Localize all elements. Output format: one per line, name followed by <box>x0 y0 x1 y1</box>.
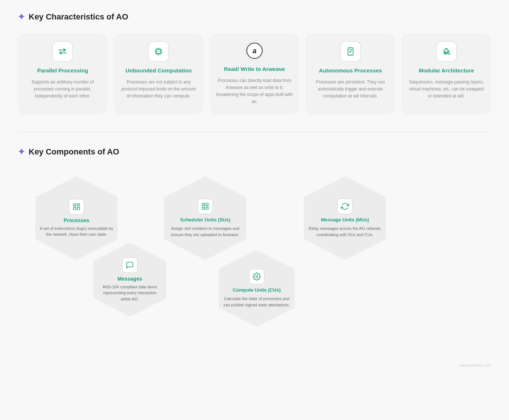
hex-message-units: Message Units (MUs) Relay messages acros… <box>297 176 393 260</box>
document-check-icon <box>345 46 356 57</box>
settings-icon <box>253 273 261 281</box>
svg-rect-19 <box>77 204 79 206</box>
modular-title: Modular Architecture <box>419 67 474 74</box>
puzzle-section-icon: ✦ <box>18 147 25 157</box>
parallel-processing-desc: Supports an arbitrary number of processe… <box>24 79 102 100</box>
read-write-title: Read/ Write to Arweave <box>224 65 285 73</box>
svg-rect-23 <box>206 203 208 206</box>
card-parallel-processing: Parallel Processing Supports an arbitrar… <box>18 34 108 114</box>
chat-icon <box>126 261 134 269</box>
components-canvas: Processes A set of instructions (logic) … <box>18 169 491 360</box>
characteristics-row: Parallel Processing Supports an arbitrar… <box>18 34 491 114</box>
sparkle-icon: ✦ <box>18 12 25 22</box>
card-autonomous-processes: Autonomous Processes Processes are persi… <box>305 34 395 114</box>
processes-icon-wrap <box>69 199 84 214</box>
unbounded-computation-desc: Processes are not subject to any protoco… <box>120 79 198 100</box>
section-divider <box>18 132 491 132</box>
messages-icon-wrap <box>122 257 138 273</box>
hex-compute-units: Compute Units (CUs) Calculate the state … <box>213 250 301 327</box>
messages-title: Messages <box>118 276 142 282</box>
puzzle-icon <box>441 46 452 57</box>
svg-rect-20 <box>74 207 76 210</box>
hex-scheduler-units: Scheduler Units (SUs) Assign slot number… <box>157 176 253 260</box>
svg-rect-18 <box>74 204 76 206</box>
svg-rect-15 <box>157 50 160 53</box>
card-modular-architecture: Modular Architecture Sequencers, message… <box>401 34 491 114</box>
arweave-circle-icon: a <box>246 43 263 59</box>
card-read-write-arweave: a Read/ Write to Arweave Processes can d… <box>210 34 300 114</box>
processes-title: Processes <box>64 217 89 223</box>
autonomous-title: Autonomous Processes <box>319 67 382 74</box>
unbounded-computation-title: Unbounded Computation <box>125 67 192 74</box>
hex-processes: Processes A set of instructions (logic) … <box>29 176 124 260</box>
hex-messages: Messages ANS-104 compliant data items re… <box>88 242 172 317</box>
svg-rect-24 <box>202 207 204 209</box>
svg-rect-21 <box>77 207 79 210</box>
section1-title: Key Characteristics of AO <box>29 12 128 22</box>
section2-title: Key Components of AO <box>29 147 119 157</box>
compute-title: Compute Units (CUs) <box>233 287 281 293</box>
grid-icon <box>201 202 209 210</box>
section2-header: ✦ Key Components of AO <box>18 147 491 157</box>
autonomous-icon-wrap <box>340 41 361 62</box>
message-units-icon-wrap <box>337 199 353 214</box>
arrows-icon <box>57 46 68 57</box>
modular-icon-wrap <box>436 41 457 62</box>
card-unbounded-computation: Unbounded Computation Processes are not … <box>114 34 204 114</box>
refresh-icon <box>341 202 349 210</box>
scheduler-icon-wrap <box>197 199 213 214</box>
processes-desc: A set of instructions (logic) executable… <box>39 225 114 238</box>
messages-desc: ANS-104 compliant data items representin… <box>98 284 162 302</box>
message-units-title: Message Units (MUs) <box>321 217 369 223</box>
parallel-processing-title: Parallel Processing <box>37 67 88 74</box>
message-units-desc: Relay messages across the AO network, co… <box>307 225 382 238</box>
read-write-desc: Processes can directly load data from Ar… <box>216 77 294 106</box>
graph-icon <box>72 203 81 211</box>
section1-header: ✦ Key Characteristics of AO <box>18 12 491 22</box>
arweave-icon-wrap: a <box>245 41 264 60</box>
chip-icon <box>153 46 164 57</box>
modular-desc: Sequencers, message passing layers, virt… <box>407 79 485 100</box>
svg-rect-25 <box>206 207 208 209</box>
compute-icon-wrap <box>249 269 264 284</box>
compute-desc: Calculate the state of processes and can… <box>223 296 291 308</box>
scheduler-desc: Assign slot numbers to messages and ensu… <box>168 225 243 238</box>
autonomous-desc: Processes are persistent. They can autom… <box>311 79 389 100</box>
unbounded-computation-icon-wrap <box>148 41 169 62</box>
svg-point-28 <box>256 276 258 278</box>
parallel-processing-icon-wrap <box>52 41 73 62</box>
watermark: www.mzhidu.com <box>18 363 491 367</box>
scheduler-title: Scheduler Units (SUs) <box>180 217 231 223</box>
